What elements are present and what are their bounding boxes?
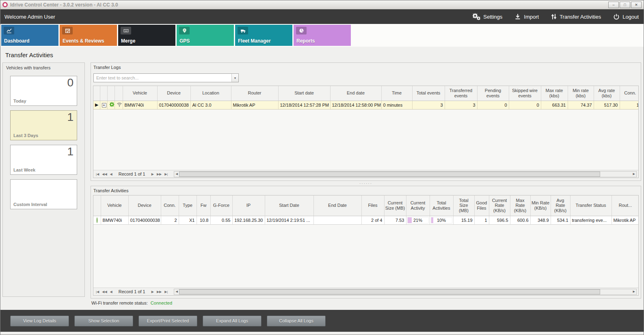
- acts-col-fw[interactable]: Fw: [197, 195, 210, 216]
- pager-first-button[interactable]: |◀: [95, 290, 100, 294]
- acts-col-current-activity[interactable]: Current Activity: [406, 195, 430, 216]
- logs-col-conn[interactable]: Conn.: [620, 86, 639, 101]
- acts-col-min-rate[interactable]: Min Rate (KB/s): [530, 195, 551, 216]
- logs-col-time[interactable]: Time: [381, 86, 412, 101]
- logout-button[interactable]: Logout: [613, 13, 639, 20]
- pager-next-page-button[interactable]: ▶▶: [156, 290, 162, 294]
- view-log-details-button[interactable]: View Log Details: [10, 316, 69, 326]
- acts-col-type[interactable]: Type: [179, 195, 197, 216]
- card-last-3-days[interactable]: 1 Last 3 Days: [10, 110, 77, 140]
- logs-col-vehicle[interactable]: Vehicle: [123, 86, 157, 101]
- logs-col-router[interactable]: Router: [231, 86, 278, 101]
- show-selection-button[interactable]: Show Selection: [74, 316, 133, 326]
- logs-col-skipped-wire-events[interactable]: Skipped wire events: [509, 86, 541, 101]
- minimize-button[interactable]: –: [608, 2, 619, 8]
- acts-col-max-rate[interactable]: Max Rate (KB/s): [510, 195, 530, 216]
- logs-col-min-rate[interactable]: Min rate (kbs): [568, 86, 594, 101]
- cell-files: 2 of 4: [361, 216, 384, 224]
- logs-empty-area: [93, 110, 638, 170]
- acts-col-total-size[interactable]: Total Size (MB): [453, 195, 474, 216]
- logs-table-row[interactable]: ▶ + BMW740i 017040000038 Al CC: [93, 101, 639, 109]
- collapse-all-logs-button[interactable]: Collapse All Logs: [267, 316, 326, 326]
- acts-col-device[interactable]: Device: [128, 195, 161, 216]
- cell-device: 017040000038: [128, 216, 161, 224]
- pager-last-button[interactable]: ▶|: [164, 172, 169, 176]
- content-area: Vehicles with transfers 0 Today 1 Last 3…: [0, 61, 644, 310]
- scrollbar-thumb[interactable]: [179, 289, 600, 294]
- pager-next-button[interactable]: ▶: [151, 172, 155, 176]
- logs-col-transferred-events[interactable]: Transferred events: [445, 86, 477, 101]
- app-window: Idrive Control Center - 3.0.2 version - …: [0, 0, 644, 335]
- tile-reports[interactable]: Reports: [294, 25, 351, 46]
- pager-prev-page-button[interactable]: ◀◀: [101, 172, 108, 176]
- import-button[interactable]: Import: [514, 13, 539, 20]
- acts-col-end-date[interactable]: End Date: [313, 195, 361, 216]
- pager-prev-page-button[interactable]: ◀◀: [101, 290, 108, 294]
- logs-col-location[interactable]: Location: [190, 86, 231, 101]
- logout-label: Logout: [622, 14, 639, 20]
- logs-horizontal-scrollbar[interactable]: ◀ ▶: [174, 171, 637, 177]
- activities-horizontal-scrollbar[interactable]: ◀ ▶: [174, 289, 637, 295]
- logs-header-row: Vehicle Device Location Router Start dat…: [93, 86, 639, 101]
- title-bar[interactable]: Idrive Control Center - 3.0.2 version - …: [0, 0, 644, 9]
- acts-col-conn[interactable]: Conn.: [161, 195, 179, 216]
- scroll-right-icon[interactable]: ▶: [632, 290, 636, 293]
- close-button[interactable]: ✕: [631, 2, 642, 8]
- acts-col-vehicle[interactable]: Vehicle: [101, 195, 128, 216]
- acts-col-router[interactable]: Rout...: [612, 195, 639, 216]
- transfer-logs-table: Vehicle Device Location Router Start dat…: [93, 86, 639, 110]
- scroll-right-icon[interactable]: ▶: [632, 172, 636, 176]
- scrollbar-thumb[interactable]: [179, 172, 600, 177]
- tile-events-reviews[interactable]: Events & Reviews: [60, 25, 117, 46]
- acts-col-good-files[interactable]: Good Files: [474, 195, 489, 216]
- wifi-cell: [115, 101, 123, 109]
- logs-col-total-events[interactable]: Total events: [412, 86, 445, 101]
- transfer-activities-button[interactable]: Transfer Activities: [551, 13, 601, 20]
- acts-col-ip[interactable]: IP: [232, 195, 265, 216]
- pager-next-page-button[interactable]: ▶▶: [156, 172, 162, 176]
- tile-gps[interactable]: GPS: [177, 25, 234, 46]
- card-today[interactable]: 0 Today: [10, 76, 77, 106]
- tile-merge[interactable]: Merge: [118, 25, 175, 46]
- expand-all-logs-button[interactable]: Expand All Logs: [203, 316, 261, 326]
- acts-col-start-date[interactable]: Start Date: [265, 195, 313, 216]
- logs-col-end-date[interactable]: End date: [330, 86, 381, 101]
- panel-splitter[interactable]: ······: [91, 181, 641, 186]
- logs-col-max-rate[interactable]: Max rate (kbs): [541, 86, 568, 101]
- acts-col-current-rate[interactable]: Current Rate (KB/s): [489, 195, 510, 216]
- activities-table-row[interactable]: BMW740i 017040000038 2 X1 10.8 0.55 192.…: [93, 216, 639, 224]
- cell-router: Mikrotik AP: [612, 216, 639, 224]
- logs-col-pending-events[interactable]: Pending events: [477, 86, 509, 101]
- scroll-left-icon[interactable]: ◀: [174, 290, 179, 293]
- pager-prev-button[interactable]: ◀: [109, 290, 113, 294]
- scrollbar-track[interactable]: [179, 289, 632, 294]
- acts-col-avg-rate[interactable]: Avg Rate (KB/s): [551, 195, 570, 216]
- logs-col-avg-rate[interactable]: Avg rate (kbs): [594, 86, 620, 101]
- cell-skipped-wire-events: 0: [509, 101, 541, 109]
- settings-button[interactable]: Settings: [472, 13, 502, 20]
- scrollbar-track[interactable]: [179, 172, 632, 177]
- acts-col-g-force[interactable]: G-Force: [210, 195, 232, 216]
- acts-col-total-activities[interactable]: Total Activities: [430, 195, 453, 216]
- scroll-left-icon[interactable]: ◀: [174, 172, 179, 176]
- acts-col-transfer-status[interactable]: Transfer Status: [570, 195, 612, 216]
- maximize-button[interactable]: □: [620, 2, 630, 8]
- search-dropdown-button[interactable]: ▼: [231, 74, 238, 82]
- pager-prev-button[interactable]: ◀: [109, 172, 113, 176]
- logs-col-start-date[interactable]: Start date: [278, 86, 330, 101]
- export-print-selected-button[interactable]: Export/Print Selected: [138, 316, 197, 326]
- pager-next-button[interactable]: ▶: [151, 290, 155, 294]
- search-input[interactable]: [94, 74, 231, 82]
- card-custom-interval[interactable]: Custom Interval: [10, 179, 77, 209]
- pager-last-button[interactable]: ▶|: [164, 290, 169, 294]
- acts-col-files[interactable]: Files: [361, 195, 384, 216]
- cell-good-files: 1: [474, 216, 489, 224]
- logs-col-device[interactable]: Device: [157, 86, 190, 101]
- cell-max-rate: 600.6: [510, 216, 530, 224]
- tile-dashboard[interactable]: Dashboard: [1, 25, 58, 46]
- tile-fleet-manager[interactable]: Fleet Manager: [235, 25, 292, 46]
- pager-first-button[interactable]: |◀: [95, 172, 100, 176]
- expand-plus-icon[interactable]: +: [102, 103, 106, 107]
- card-last-week[interactable]: 1 Last Week: [10, 145, 77, 175]
- acts-col-current-size[interactable]: Current Size (MB): [384, 195, 406, 216]
